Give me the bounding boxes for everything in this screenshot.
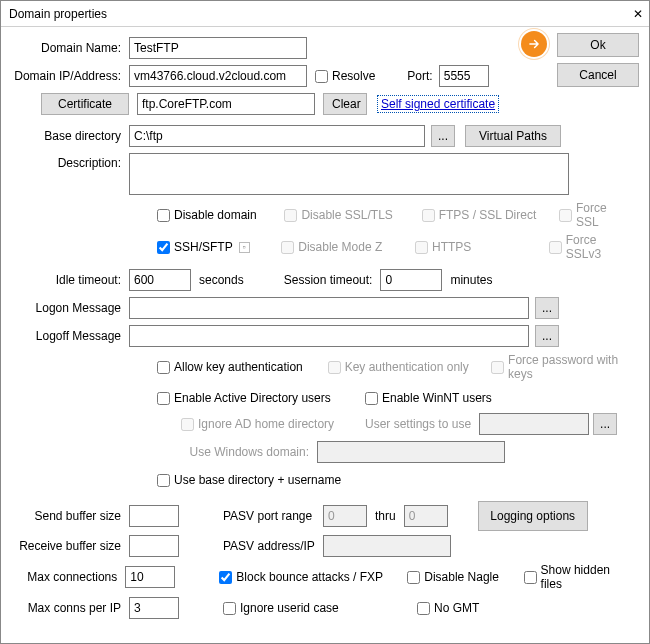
self-signed-link[interactable]: Self signed certificate <box>377 95 499 113</box>
window-title: Domain properties <box>9 7 107 21</box>
pasv-from-input <box>323 505 367 527</box>
disable-nagle-checkbox[interactable]: Disable Nagle <box>407 570 513 584</box>
ftps-ssl-checkbox: FTPS / SSL Direct <box>422 208 549 222</box>
max-connections-input[interactable] <box>125 566 175 588</box>
send-buffer-input[interactable] <box>129 505 179 527</box>
disable-ssl-checkbox: Disable SSL/TLS <box>284 208 411 222</box>
pasv-to-input <box>404 505 448 527</box>
ignore-ad-checkbox: Ignore AD home directory <box>181 417 355 431</box>
allow-key-auth-checkbox[interactable]: Allow key authentication <box>157 360 318 374</box>
description-input[interactable] <box>129 153 569 195</box>
session-timeout-label: Session timeout: <box>284 273 373 287</box>
max-conns-ip-label: Max conns per IP <box>9 601 129 615</box>
max-conns-ip-input[interactable] <box>129 597 179 619</box>
use-windows-domain-label: Use Windows domain: <box>181 445 309 459</box>
certificate-button[interactable]: Certificate <box>41 93 129 115</box>
port-input[interactable] <box>439 65 489 87</box>
receive-buffer-label: Receive buffer size <box>9 539 129 553</box>
disable-modez-checkbox: Disable Mode Z <box>281 240 405 254</box>
user-settings-label: User settings to use <box>365 417 471 431</box>
logoff-message-label: Logoff Message <box>9 329 129 343</box>
show-hidden-checkbox[interactable]: Show hidden files <box>524 563 631 591</box>
idle-timeout-label: Idle timeout: <box>9 273 129 287</box>
thru-label: thru <box>375 509 396 523</box>
close-icon[interactable]: ✕ <box>633 7 643 21</box>
description-label: Description: <box>9 153 129 170</box>
pasv-addr-input <box>323 535 451 557</box>
force-sslv3-checkbox: Force SSLv3 <box>549 233 631 261</box>
base-directory-input[interactable] <box>129 125 425 147</box>
max-connections-label: Max connections <box>9 570 125 584</box>
virtual-paths-button[interactable]: Virtual Paths <box>465 125 561 147</box>
logoff-message-input[interactable] <box>129 325 529 347</box>
key-auth-only-checkbox: Key authentication only <box>328 360 481 374</box>
receive-buffer-input[interactable] <box>129 535 179 557</box>
ok-button[interactable]: Ok <box>557 33 639 57</box>
send-buffer-label: Send buffer size <box>9 509 129 523</box>
seconds-label: seconds <box>199 273 244 287</box>
https-checkbox: HTTPS <box>415 240 539 254</box>
logon-message-label: Logon Message <box>9 301 129 315</box>
pasv-addr-label: PASV address/IP <box>223 539 323 553</box>
logoff-message-browse[interactable]: ... <box>535 325 559 347</box>
base-directory-label: Base directory <box>9 129 129 143</box>
next-arrow-icon[interactable] <box>521 31 547 57</box>
resolve-checkbox[interactable]: Resolve <box>315 69 375 83</box>
clear-button[interactable]: Clear <box>323 93 367 115</box>
minutes-label: minutes <box>450 273 492 287</box>
session-timeout-input[interactable] <box>380 269 442 291</box>
disable-domain-checkbox[interactable]: Disable domain <box>157 208 274 222</box>
user-settings-browse[interactable]: ... <box>593 413 617 435</box>
logon-message-input[interactable] <box>129 297 529 319</box>
windows-domain-input <box>317 441 505 463</box>
force-ssl-checkbox: Force SSL <box>559 201 631 229</box>
enable-ad-checkbox[interactable]: Enable Active Directory users <box>157 391 355 405</box>
logon-message-browse[interactable]: ... <box>535 297 559 319</box>
ssh-sftp-checkbox[interactable]: SSH/SFTP▫ <box>157 240 271 254</box>
domain-ip-input[interactable] <box>129 65 307 87</box>
domain-ip-label: Domain IP/Address: <box>9 69 129 83</box>
sftp-options-icon[interactable]: ▫ <box>239 242 250 253</box>
use-basedir-username-checkbox[interactable]: Use base directory + username <box>157 473 341 487</box>
browse-basedir-button[interactable]: ... <box>431 125 455 147</box>
block-bounce-checkbox[interactable]: Block bounce attacks / FXP <box>219 570 397 584</box>
no-gmt-checkbox[interactable]: No GMT <box>417 601 479 615</box>
enable-winnt-checkbox[interactable]: Enable WinNT users <box>365 391 492 405</box>
ignore-userid-checkbox[interactable]: Ignore userid case <box>223 601 407 615</box>
cancel-button[interactable]: Cancel <box>557 63 639 87</box>
port-label: Port: <box>407 69 432 83</box>
domain-name-label: Domain Name: <box>9 41 129 55</box>
logging-options-button[interactable]: Logging options <box>478 501 588 531</box>
certificate-input[interactable] <box>137 93 315 115</box>
pasv-range-label: PASV port range <box>223 509 323 523</box>
idle-timeout-input[interactable] <box>129 269 191 291</box>
domain-name-input[interactable] <box>129 37 307 59</box>
force-pw-keys-checkbox: Force password with keys <box>491 353 631 381</box>
user-settings-input <box>479 413 589 435</box>
